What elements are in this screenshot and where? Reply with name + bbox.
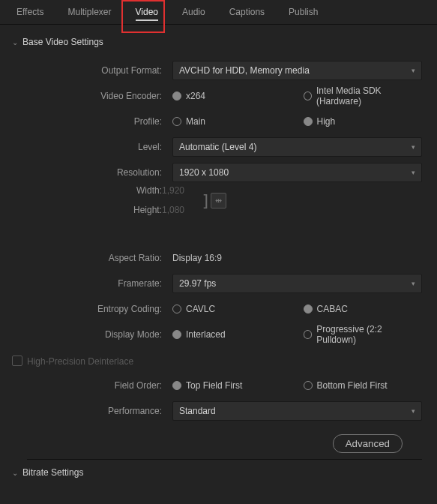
tab-captions[interactable]: Captions bbox=[217, 1, 277, 23]
level-label: Level: bbox=[27, 142, 172, 152]
tab-effects[interactable]: Effects bbox=[4, 1, 55, 23]
chevron-down-icon: ▾ bbox=[412, 143, 415, 151]
link-dimensions-icon[interactable]: ⇹ bbox=[211, 193, 226, 208]
performance-select[interactable]: Standard ▾ bbox=[172, 401, 422, 421]
base-video-settings-section: ⌄ Base Video Settings Output Format: AVC… bbox=[0, 25, 437, 460]
tab-multiplexer[interactable]: Multiplexer bbox=[55, 1, 123, 23]
chevron-down-icon: ⌄ bbox=[12, 469, 18, 477]
level-select[interactable]: Automatic (Level 4) ▾ bbox=[172, 137, 422, 157]
high-precision-deinterlace-checkbox: High-Precision Deinterlace bbox=[12, 354, 133, 367]
framerate-select[interactable]: 29.97 fps ▾ bbox=[172, 274, 422, 293]
framerate-label: Framerate: bbox=[27, 278, 172, 289]
entropy-cavlc-radio[interactable]: CAVLC bbox=[172, 304, 292, 314]
video-encoder-label: Video Encoder: bbox=[27, 91, 172, 101]
tab-video[interactable]: Video bbox=[124, 1, 170, 23]
display-mode-interlaced-radio[interactable]: Interlaced bbox=[172, 329, 292, 340]
performance-label: Performance: bbox=[27, 406, 172, 416]
resolution-select[interactable]: 1920 x 1080 ▾ bbox=[172, 163, 422, 182]
advanced-button[interactable]: Advanced bbox=[333, 434, 403, 453]
profile-label: Profile: bbox=[27, 116, 172, 127]
tab-audio[interactable]: Audio bbox=[170, 1, 217, 23]
field-order-tff-radio[interactable]: Top Field First bbox=[172, 380, 292, 391]
field-order-label: Field Order: bbox=[27, 380, 172, 391]
entropy-cabac-radio[interactable]: CABAC bbox=[304, 304, 423, 314]
entropy-label: Entropy Coding: bbox=[27, 304, 172, 314]
height-label: Height: bbox=[27, 205, 172, 215]
bitrate-settings-header[interactable]: ⌄ Bitrate Settings bbox=[12, 467, 422, 478]
resolution-label: Resolution: bbox=[27, 167, 172, 178]
encoder-x264-radio[interactable]: x264 bbox=[172, 91, 292, 101]
width-value[interactable]: 1,920 bbox=[162, 185, 184, 196]
chevron-down-icon: ▾ bbox=[412, 67, 415, 74]
output-format-label: Output Format: bbox=[27, 65, 172, 76]
height-value[interactable]: 1,080 bbox=[162, 205, 184, 215]
profile-main-radio[interactable]: Main bbox=[172, 116, 292, 127]
profile-high-radio[interactable]: High bbox=[304, 116, 423, 127]
tab-publish[interactable]: Publish bbox=[277, 1, 330, 23]
link-bracket-icon: ] bbox=[201, 191, 211, 210]
aspect-ratio-value: Display 16:9 bbox=[172, 253, 222, 263]
chevron-down-icon: ▾ bbox=[412, 169, 415, 176]
aspect-ratio-label: Aspect Ratio: bbox=[27, 253, 172, 263]
display-mode-progressive-radio[interactable]: Progressive (2:2 Pulldown) bbox=[304, 324, 423, 345]
chevron-down-icon: ⌄ bbox=[12, 38, 18, 46]
field-order-bff-radio[interactable]: Bottom Field First bbox=[304, 380, 423, 391]
chevron-down-icon: ▾ bbox=[412, 407, 415, 415]
chevron-down-icon: ▾ bbox=[412, 280, 415, 287]
output-format-select[interactable]: AVCHD for HDD, Memory media ▾ bbox=[172, 61, 422, 80]
display-mode-label: Display Mode: bbox=[27, 329, 172, 340]
encoder-intel-radio[interactable]: Intel Media SDK (Hardware) bbox=[304, 86, 423, 106]
tab-bar: Effects Multiplexer Video Audio Captions… bbox=[0, 0, 437, 25]
bitrate-settings-section: ⌄ Bitrate Settings bbox=[0, 460, 437, 478]
section-title: Base Video Settings bbox=[22, 37, 103, 47]
width-label: Width: bbox=[27, 185, 172, 196]
base-video-settings-header[interactable]: ⌄ Base Video Settings bbox=[12, 37, 422, 47]
section-title: Bitrate Settings bbox=[22, 467, 83, 478]
